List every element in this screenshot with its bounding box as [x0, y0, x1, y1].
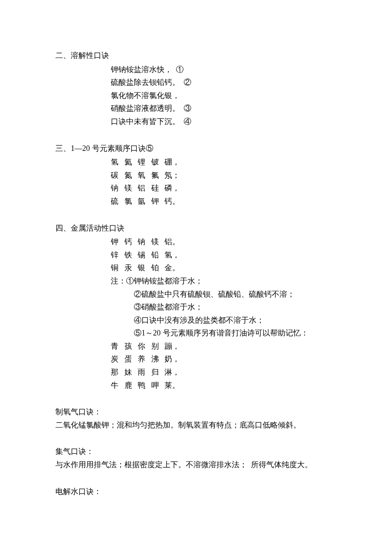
section-4-title: 四、金属活动性口诀 — [55, 222, 337, 235]
section-metal-activity: 四、金属活动性口诀 钾 钙 钠 镁 铝。 锌 铁 锡 铅 氢， 铜 汞 银 铂 … — [55, 222, 337, 392]
section-solubility: 二、溶解性口诀 钾钠铵盐溶水快， ① 硫酸盐除去钡铅钙。 ② 氯化物不溶氯化银，… — [55, 49, 337, 128]
section-3-body: 氢 氦 锂 铍 硼， 碳 氮 氧 氟 氖； 钠 镁 铝 硅 磷， 硫 氯 氩 钾… — [55, 156, 337, 208]
s4-note: ③硝酸盐都溶于水； — [134, 301, 337, 314]
section-3-title: 三、1—20 号元素顺序口诀⑤ — [55, 142, 337, 155]
s4-note: ④口诀中没有涉及的盐类都不溶于水； — [134, 314, 337, 327]
section-4-body: 钾 钙 钠 镁 铝。 锌 铁 锡 铅 氢， 铜 汞 银 铂 金。 注：①钾钠铵盐… — [55, 235, 337, 392]
s4-poem-line: 牛 鹿 鸭 呷 莱。 — [111, 379, 337, 392]
gas-text: 与水作用用排气法；根据密度定上下。不溶微溶排水法； 所得气体纯度大。 — [55, 458, 337, 471]
document-page: 二、溶解性口诀 钾钠铵盐溶水快， ① 硫酸盐除去钡铅钙。 ② 氯化物不溶氯化银，… — [0, 0, 392, 555]
s4-poem-line: 炭 蛋 养 沸 奶， — [111, 353, 337, 366]
section-gas: 集气口诀： 与水作用用排气法；根据密度定上下。不溶微溶排水法； 所得气体纯度大。 — [55, 445, 337, 471]
water-title: 电解水口诀： — [55, 485, 337, 498]
s2-line: 氯化物不溶氯化银， — [111, 89, 337, 102]
s4-note: ②硫酸盐中只有硫酸钡、硫酸铅、硫酸钙不溶； — [134, 288, 337, 301]
s2-line: 硫酸盐除去钡铅钙。 ② — [111, 76, 337, 89]
s4-poem-line: 那 妹 雨 归 淋， — [111, 366, 337, 379]
s4-line: 铜 汞 银 铂 金。 — [111, 261, 337, 275]
s2-line: 硝酸盐溶液都透明。 ③ — [111, 102, 337, 115]
gas-title: 集气口诀： — [55, 445, 337, 458]
s4-poem-line: 青 孩 你 别 蹦， — [111, 340, 337, 353]
s3-line: 氢 氦 锂 铍 硼， — [111, 156, 337, 169]
s4-notes: ②硫酸盐中只有硫酸钡、硫酸铅、硫酸钙不溶； ③硝酸盐都溶于水； ④口诀中没有涉及… — [111, 288, 337, 340]
oxygen-title: 制氧气口诀： — [55, 405, 337, 419]
s2-line: 钾钠铵盐溶水快， ① — [111, 63, 337, 76]
s4-note-head: 注：①钾钠铵盐都溶于水； — [111, 275, 337, 288]
section-oxygen: 制氧气口诀： 二氧化锰氯酸钾；混和均匀把热加。制氧装置有特点；底高口低略倾斜。 — [55, 405, 337, 431]
s3-line: 硫 氯 氩 钾 钙。 — [111, 195, 337, 208]
section-water: 电解水口诀： — [55, 485, 337, 498]
section-2-title: 二、溶解性口诀 — [55, 49, 337, 62]
section-elements: 三、1—20 号元素顺序口诀⑤ 氢 氦 锂 铍 硼， 碳 氮 氧 氟 氖； 钠 … — [55, 142, 337, 208]
s2-line: 口诀中未有皆下沉。 ④ — [111, 115, 337, 128]
section-2-body: 钾钠铵盐溶水快， ① 硫酸盐除去钡铅钙。 ② 氯化物不溶氯化银， 硝酸盐溶液都透… — [55, 63, 337, 128]
s3-line: 碳 氮 氧 氟 氖； — [111, 169, 337, 182]
s4-line: 钾 钙 钠 镁 铝。 — [111, 235, 337, 249]
oxygen-text: 二氧化锰氯酸钾；混和均匀把热加。制氧装置有特点；底高口低略倾斜。 — [55, 419, 337, 432]
s4-note: ⑤1～20 号元素顺序另有谐音打油诗可以帮助记忆： — [134, 327, 337, 340]
s4-line: 锌 铁 锡 铅 氢， — [111, 249, 337, 262]
s3-line: 钠 镁 铝 硅 磷， — [111, 182, 337, 195]
